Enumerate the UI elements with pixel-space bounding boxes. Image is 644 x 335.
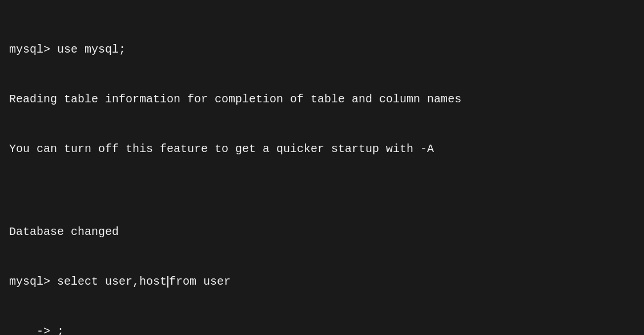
terminal-line-1: mysql> use mysql; — [9, 41, 635, 58]
terminal-line-3: You can turn off this feature to get a q… — [9, 141, 635, 157]
terminal-line-7: -> ; — [9, 323, 635, 335]
terminal-output: mysql> use mysql; Reading table informat… — [9, 8, 635, 335]
terminal-line-2: Reading table information for completion… — [9, 91, 635, 107]
terminal-line-6: mysql> select user,hostfrom user — [9, 273, 635, 290]
terminal-line-5: Database changed — [9, 224, 635, 240]
